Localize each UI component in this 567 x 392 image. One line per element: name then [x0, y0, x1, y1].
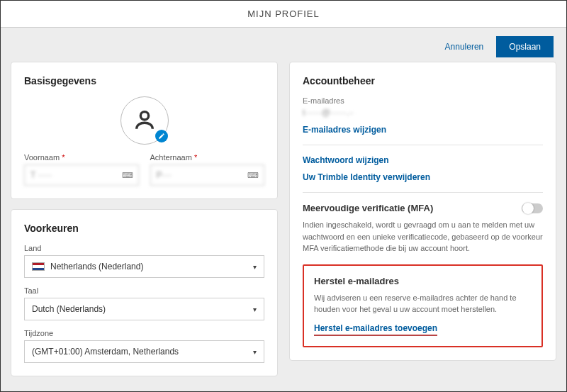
svg-point-0 — [140, 111, 148, 119]
recovery-desc: Wij adviseren u een reserve e-mailadres … — [314, 292, 532, 315]
timezone-select[interactable]: (GMT+01:00) Amsterdam, Netherlands ▾ — [24, 340, 264, 363]
country-value: Netherlands (Nederland) — [50, 262, 143, 271]
actions-row: Annuleren Opslaan — [1, 28, 566, 62]
mfa-toggle[interactable] — [522, 203, 543, 213]
divider — [303, 145, 543, 145]
lastname-label: Achternaam * — [150, 153, 265, 162]
language-label: Taal — [24, 286, 264, 295]
language-select[interactable]: Dutch (Nederlands) ▾ — [24, 298, 264, 320]
timezone-label: Tijdzone — [24, 329, 264, 337]
country-label: Land — [24, 244, 264, 252]
divider — [303, 192, 543, 193]
timezone-value: (GMT+01:00) Amsterdam, Netherlands — [32, 347, 179, 357]
edit-avatar-icon[interactable] — [155, 130, 168, 142]
flag-nl-icon — [32, 262, 45, 271]
language-value: Dutch (Nederlands) — [32, 304, 106, 314]
save-button[interactable]: Opslaan — [496, 36, 554, 57]
basics-card: Basisgegevens Voornaam * — [11, 62, 278, 199]
keyboard-icon: ⌨ — [247, 171, 259, 180]
recovery-email-section: Herstel e-mailadres Wij adviseren u een … — [303, 264, 543, 347]
mfa-desc: Indien ingeschakeld, wordt u gevraagd om… — [303, 219, 543, 254]
preferences-heading: Voorkeuren — [24, 223, 264, 234]
preferences-card: Voorkeuren Land Netherlands (Nederland) … — [11, 209, 278, 376]
page-title: MIJN PROFIEL — [247, 9, 320, 19]
mfa-title: Meervoudige verificatie (MFA) — [303, 203, 433, 213]
account-heading: Accountbeheer — [303, 75, 543, 86]
change-password-link[interactable]: Wachtwoord wijzigen — [303, 155, 543, 165]
change-email-link[interactable]: E-mailadres wijzigen — [303, 125, 543, 135]
account-card: Accountbeheer E-mailadres t·······@·····… — [289, 62, 556, 361]
chevron-down-icon: ▾ — [253, 306, 257, 313]
basics-heading: Basisgegevens — [24, 75, 264, 86]
avatar[interactable] — [120, 96, 169, 145]
cancel-link[interactable]: Annuleren — [445, 42, 484, 52]
delete-identity-link[interactable]: Uw Trimble Identity verwijderen — [303, 172, 543, 182]
email-value: t·······@·······.·· — [303, 108, 543, 118]
user-icon — [133, 108, 157, 134]
firstname-label: Voornaam * — [24, 153, 139, 162]
keyboard-icon: ⌨ — [122, 171, 133, 180]
recovery-title: Herstel e-mailadres — [314, 276, 532, 286]
add-recovery-email-link[interactable]: Herstel e-mailadres toevoegen — [314, 323, 437, 336]
chevron-down-icon: ▾ — [253, 263, 257, 271]
country-select[interactable]: Netherlands (Nederland) ▾ — [24, 255, 264, 278]
chevron-down-icon: ▾ — [253, 348, 257, 356]
page-header: MIJN PROFIEL — [1, 1, 566, 28]
email-label: E-mailadres — [303, 96, 543, 105]
